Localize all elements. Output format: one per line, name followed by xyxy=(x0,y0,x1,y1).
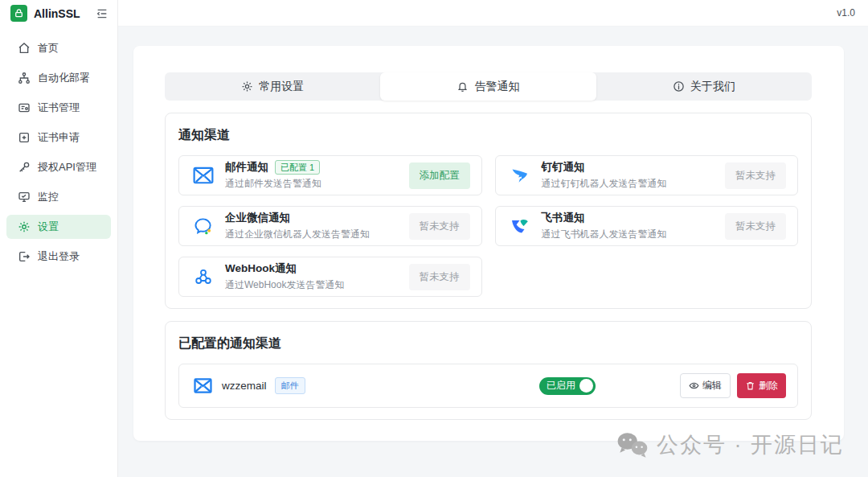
tab-label: 常用设置 xyxy=(259,80,304,94)
tab-alert-notifications[interactable]: 告警通知 xyxy=(380,72,596,101)
delete-button-label: 删除 xyxy=(759,379,778,393)
channel-name: 企业微信通知 xyxy=(225,211,290,225)
sidebar-item-label: 首页 xyxy=(38,41,59,56)
sidebar: AllinSSL 首页 自动化部署 证书管理 证书申请 授权API管理 监控 xyxy=(0,0,118,477)
tab-about-us[interactable]: 关于我们 xyxy=(596,72,812,101)
sidebar-item-monitor[interactable]: 监控 xyxy=(6,185,111,209)
channel-desc: 通过企业微信机器人发送告警通知 xyxy=(225,228,409,241)
configured-count-badge: 已配置 1 xyxy=(275,160,320,175)
edit-button-label: 编辑 xyxy=(702,379,722,393)
content-area: 常用设置 告警通知 关于我们 通知渠道 xyxy=(118,27,868,477)
channel-desc: 通过钉钉机器人发送告警通知 xyxy=(542,177,726,191)
toggle-label: 已启用 xyxy=(547,379,575,393)
channel-card-webhook: WebHook通知 通过WebHook发送告警通知 暂未支持 xyxy=(178,257,482,297)
key-icon xyxy=(18,161,31,174)
channel-card-wecom: 企业微信通知 通过企业微信机器人发送告警通知 暂未支持 xyxy=(178,206,482,246)
certificate-icon xyxy=(18,101,31,114)
plus-square-icon xyxy=(18,131,31,144)
tab-label: 关于我们 xyxy=(690,80,735,94)
section-title: 已配置的通知渠道 xyxy=(178,335,798,352)
edit-button[interactable]: 编辑 xyxy=(680,373,731,398)
channel-name: WebHook通知 xyxy=(225,261,297,276)
toggle-knob xyxy=(579,379,593,393)
sidebar-item-cert-manage[interactable]: 证书管理 xyxy=(6,96,111,120)
channel-card-email: 邮件通知 已配置 1 通过邮件发送告警通知 添加配置 xyxy=(178,155,482,195)
sidebar-item-label: 退出登录 xyxy=(38,249,80,264)
delete-button[interactable]: 删除 xyxy=(737,373,786,398)
feishu-icon xyxy=(509,217,531,235)
email-icon xyxy=(194,378,212,393)
email-icon xyxy=(192,167,215,184)
app-title: AllinSSL xyxy=(34,7,95,20)
gear-icon xyxy=(241,80,253,93)
not-supported-button: 暂未支持 xyxy=(725,213,786,240)
channel-name: 邮件通知 xyxy=(225,160,268,175)
gear-icon xyxy=(18,220,31,233)
sidebar-item-home[interactable]: 首页 xyxy=(6,36,111,60)
logo-row: AllinSSL xyxy=(0,0,117,27)
channel-desc: 通过飞书机器人发送告警通知 xyxy=(542,228,726,241)
sidebar-item-label: 授权API管理 xyxy=(38,160,96,175)
logout-icon xyxy=(18,250,31,263)
add-config-button[interactable]: 添加配置 xyxy=(409,162,470,189)
monitor-icon xyxy=(18,191,31,204)
enabled-toggle[interactable]: 已启用 xyxy=(539,377,596,395)
channel-type-badge: 邮件 xyxy=(275,377,305,394)
not-supported-button: 暂未支持 xyxy=(725,162,786,189)
tab-general-settings[interactable]: 常用设置 xyxy=(165,72,380,101)
lock-icon xyxy=(14,8,24,19)
top-header: v1.0 xyxy=(118,0,868,27)
settings-panel: 常用设置 告警通知 关于我们 通知渠道 xyxy=(133,46,844,441)
trash-icon xyxy=(745,380,755,391)
notification-channels-section: 通知渠道 邮件通知 已配置 1 通过邮件发送告警通知 xyxy=(165,113,812,309)
sidebar-nav: 首页 自动化部署 证书管理 证书申请 授权API管理 监控 设置 退出登录 xyxy=(0,27,117,274)
main-area: v1.0 常用设置 告警通知 关于我们 通知渠道 xyxy=(118,0,868,477)
not-supported-button: 暂未支持 xyxy=(409,264,470,290)
configured-channel-name: wzzemail xyxy=(222,380,267,392)
allinssl-logo xyxy=(10,5,27,22)
workflow-icon xyxy=(18,72,31,84)
home-icon xyxy=(18,42,31,55)
wecom-icon xyxy=(192,217,215,236)
sidebar-item-settings[interactable]: 设置 xyxy=(6,215,111,239)
channel-card-feishu: 飞书通知 通过飞书机器人发送告警通知 暂未支持 xyxy=(495,206,799,246)
tab-label: 告警通知 xyxy=(474,80,519,94)
configured-channels-section: 已配置的通知渠道 wzzemail 邮件 已启用 编辑 xyxy=(165,321,812,420)
sidebar-item-cert-apply[interactable]: 证书申请 xyxy=(6,125,111,150)
version-label: v1.0 xyxy=(837,7,855,19)
bell-icon xyxy=(457,80,469,93)
channel-card-dingtalk: 钉钉通知 通过钉钉机器人发送告警通知 暂未支持 xyxy=(495,155,799,195)
channel-desc: 通过WebHook发送告警通知 xyxy=(225,278,409,292)
sidebar-item-label: 证书管理 xyxy=(38,101,80,115)
webhook-icon xyxy=(192,267,215,286)
sidebar-item-label: 监控 xyxy=(38,190,59,204)
sidebar-item-label: 证书申请 xyxy=(38,130,80,145)
sidebar-item-label: 设置 xyxy=(38,220,59,234)
not-supported-button: 暂未支持 xyxy=(409,213,470,240)
channel-desc: 通过邮件发送告警通知 xyxy=(225,177,409,191)
configured-channel-row: wzzemail 邮件 已启用 编辑 删除 xyxy=(178,364,798,408)
channel-name: 钉钉通知 xyxy=(542,160,585,175)
eye-icon xyxy=(689,380,699,391)
channel-name: 飞书通知 xyxy=(542,211,585,225)
sidebar-item-label: 自动化部署 xyxy=(38,71,90,85)
section-title: 通知渠道 xyxy=(178,127,798,144)
sidebar-item-logout[interactable]: 退出登录 xyxy=(6,245,111,269)
info-icon xyxy=(673,80,685,93)
settings-tabs: 常用设置 告警通知 关于我们 xyxy=(165,72,812,101)
collapse-sidebar-icon[interactable] xyxy=(95,6,109,21)
dingtalk-icon xyxy=(509,166,531,185)
sidebar-item-auto-deploy[interactable]: 自动化部署 xyxy=(6,66,111,90)
channel-grid: 邮件通知 已配置 1 通过邮件发送告警通知 添加配置 钉钉通知 xyxy=(178,155,798,297)
sidebar-item-api-manage[interactable]: 授权API管理 xyxy=(6,155,111,179)
